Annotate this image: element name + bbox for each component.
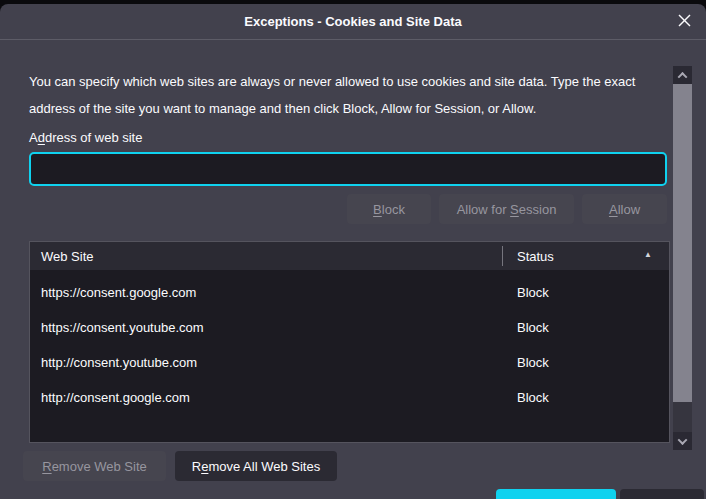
- scroll-up-button[interactable]: [673, 66, 692, 84]
- scroll-down-button[interactable]: [673, 432, 692, 450]
- chevron-down-icon: [678, 435, 688, 445]
- address-label: Address of web site: [29, 130, 142, 145]
- site-cell: https://consent.youtube.com: [30, 320, 501, 335]
- exceptions-dialog: Exceptions - Cookies and Site Data You c…: [0, 4, 706, 499]
- close-button[interactable]: [669, 7, 699, 37]
- scrollbar: [673, 66, 692, 450]
- remove-website-button[interactable]: Remove Web Site: [23, 451, 166, 481]
- cancel-button-partial[interactable]: [620, 489, 704, 499]
- allow-for-session-button[interactable]: Allow for Session: [439, 194, 574, 224]
- site-cell: http://consent.google.com: [30, 390, 501, 405]
- address-accesskey: d: [38, 130, 45, 145]
- dialog-titlebar: Exceptions - Cookies and Site Data: [0, 4, 706, 40]
- table-body: https://consent.google.com Block https:/…: [30, 270, 669, 415]
- status-cell: Block: [501, 285, 669, 300]
- table-header-row: Web Site Status ▲: [30, 242, 669, 270]
- table-row[interactable]: https://consent.google.com Block: [30, 275, 669, 310]
- chevron-up-icon: [678, 71, 688, 81]
- status-cell: Block: [501, 320, 669, 335]
- scrollbar-thumb[interactable]: [673, 84, 692, 402]
- status-cell: Block: [501, 390, 669, 405]
- sort-ascending-icon: ▲: [644, 251, 652, 259]
- close-icon: [677, 13, 692, 31]
- remove-all-websites-button[interactable]: Remove All Web Sites: [175, 451, 337, 481]
- screen: { "titlebar": { "title": "Exceptions - C…: [0, 0, 706, 499]
- save-changes-button-partial[interactable]: [496, 489, 616, 499]
- intro-text: You can specify which web sites are alwa…: [29, 68, 671, 122]
- table-row[interactable]: https://consent.youtube.com Block: [30, 310, 669, 345]
- scrollbar-track[interactable]: [673, 84, 692, 432]
- action-button-row: Block Allow for Session Allow: [347, 194, 667, 224]
- table-row[interactable]: http://consent.google.com Block: [30, 380, 669, 415]
- table-row[interactable]: http://consent.youtube.com Block: [30, 345, 669, 380]
- site-cell: http://consent.youtube.com: [30, 355, 501, 370]
- status-cell: Block: [501, 355, 669, 370]
- address-input[interactable]: [29, 152, 667, 186]
- column-header-website[interactable]: Web Site: [30, 249, 501, 264]
- block-button[interactable]: Block: [347, 194, 431, 224]
- exceptions-table: Web Site Status ▲ https://consent.google…: [29, 241, 670, 443]
- dialog-title: Exceptions - Cookies and Site Data: [244, 14, 461, 29]
- site-cell: https://consent.google.com: [30, 285, 501, 300]
- allow-button[interactable]: Allow: [582, 194, 667, 224]
- column-divider[interactable]: [502, 246, 503, 266]
